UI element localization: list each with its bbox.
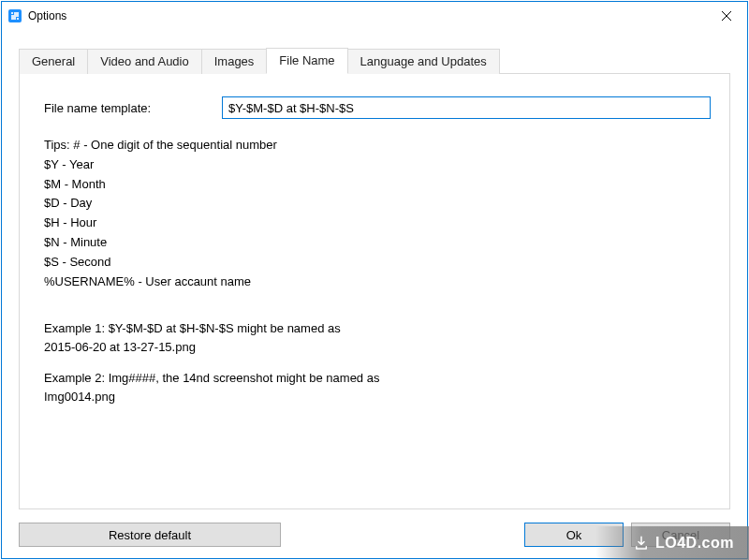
close-icon: [722, 11, 731, 21]
close-button[interactable]: [705, 2, 747, 30]
button-bar: Restore default Ok Cancel: [19, 509, 730, 547]
client-area: General Video and Audio Images File Name…: [2, 30, 747, 558]
cancel-button[interactable]: Cancel: [631, 523, 730, 547]
tab-general[interactable]: General: [19, 49, 88, 74]
file-name-template-input[interactable]: [222, 96, 711, 119]
window-title: Options: [28, 9, 705, 22]
app-icon: [7, 8, 22, 23]
ok-button[interactable]: Ok: [524, 523, 624, 547]
example-1-line-2: 2015-06-20 at 13-27-15.png: [44, 338, 711, 357]
tab-language-updates[interactable]: Language and Updates: [347, 49, 500, 74]
file-name-template-label: File name template:: [44, 101, 222, 115]
tab-panel-file-name: File name template: Tips: # - One digit …: [19, 74, 730, 509]
tip-second: $S - Second: [44, 253, 711, 273]
example-1: Example 1: $Y-$M-$D at $H-$N-$S might be…: [44, 319, 711, 356]
tip-year: $Y - Year: [44, 155, 711, 175]
tip-day: $D - Day: [44, 194, 711, 214]
restore-default-button[interactable]: Restore default: [19, 523, 281, 547]
example-2-line-2: Img0014.png: [44, 388, 711, 406]
example-2: Example 2: Img####, the 14nd screenshot …: [44, 369, 711, 405]
tip-username: %USERNAME% - User accaunt name: [44, 273, 711, 292]
file-name-template-row: File name template:: [44, 96, 711, 119]
tips-header: Tips: # - One digit of the sequential nu…: [44, 136, 711, 155]
svg-rect-1: [11, 12, 19, 20]
example-2-line-1: Example 2: Img####, the 14nd screenshot …: [44, 369, 711, 388]
tab-file-name[interactable]: File Name: [266, 48, 347, 74]
tab-video-audio[interactable]: Video and Audio: [87, 49, 201, 74]
tip-month: $M - Month: [44, 175, 711, 195]
tip-hour: $H - Hour: [44, 214, 711, 233]
options-window: Options General Video and Audio Images F…: [1, 1, 748, 559]
titlebar: Options: [2, 2, 747, 30]
example-1-line-1: Example 1: $Y-$M-$D at $H-$N-$S might be…: [44, 319, 711, 338]
tips-block: Tips: # - One digit of the sequential nu…: [44, 136, 711, 291]
tabs-header: General Video and Audio Images File Name…: [19, 47, 730, 74]
tip-minute: $N - Minute: [44, 233, 711, 253]
tab-images[interactable]: Images: [201, 49, 268, 74]
